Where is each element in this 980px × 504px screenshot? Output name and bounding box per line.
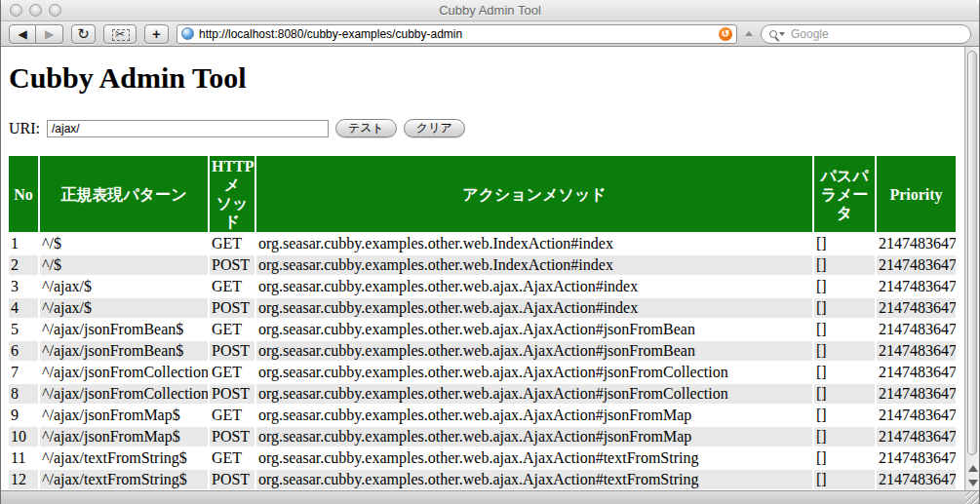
- cell-params: []: [814, 277, 875, 296]
- table-row: 2^/$POSTorg.seasar.cubby.examples.other.…: [9, 255, 956, 275]
- routes-table: No 正規表現パターン HTTP メ ソッ ド アクションメソッド パスパ ラメ…: [7, 154, 958, 490]
- table-row: 11^/ajax/textFromString$GETorg.seasar.cu…: [9, 448, 956, 468]
- cell-params: []: [814, 427, 875, 446]
- table-row: 4^/ajax/$POSTorg.seasar.cubby.examples.o…: [9, 298, 956, 318]
- cell-priority: 2147483647: [877, 320, 956, 339]
- window-titlebar[interactable]: Cubby Admin Tool: [1, 0, 979, 21]
- table-row: 5^/ajax/jsonFromBean$GETorg.seasar.cubby…: [9, 320, 956, 339]
- cell-method: GET: [210, 406, 255, 425]
- table-row: 3^/ajax/$GETorg.seasar.cubby.examples.ot…: [9, 277, 956, 296]
- scrollbar-arrows: [965, 463, 979, 488]
- cell-no: 8: [9, 384, 38, 404]
- cell-action: org.seasar.cubby.examples.other.web.ajax…: [256, 427, 812, 446]
- forward-icon: ▶: [45, 27, 54, 41]
- uri-input[interactable]: [47, 120, 329, 137]
- site-globe-icon: [181, 27, 194, 40]
- scrollbar-thumb[interactable]: [967, 51, 977, 455]
- history-nav-group: ◀ ▶: [9, 24, 63, 44]
- cell-action: org.seasar.cubby.examples.other.web.ajax…: [256, 320, 812, 339]
- status-bar: [1, 490, 979, 504]
- cell-pattern: ^/ajax/textFromString$: [40, 470, 208, 489]
- cell-priority: 2147483647: [877, 277, 956, 296]
- scroll-up-arrow-icon[interactable]: [968, 465, 978, 472]
- webclip-button[interactable]: ✂: [103, 24, 137, 44]
- cell-pattern: ^/ajax/jsonFromMap$: [40, 406, 208, 425]
- reload-icon: ↻: [77, 25, 90, 43]
- cell-params: []: [814, 320, 875, 339]
- address-bar[interactable]: http://localhost:8080/cubby-examples/cub…: [176, 24, 737, 44]
- cell-pattern: ^/ajax/jsonFromBean$: [40, 341, 208, 361]
- cell-no: 7: [9, 363, 38, 382]
- resize-grip-icon[interactable]: [965, 491, 979, 504]
- cell-priority: 2147483647: [877, 298, 956, 318]
- search-engine-chevron-icon[interactable]: [779, 32, 785, 36]
- header-http-method: HTTP メ ソッ ド: [210, 156, 255, 232]
- cell-priority: 2147483647: [877, 341, 956, 361]
- cell-action: org.seasar.cubby.examples.other.web.ajax…: [256, 406, 812, 425]
- cell-method: POST: [210, 470, 255, 489]
- cell-pattern: ^/ajax/textFromString$: [40, 448, 208, 468]
- table-row: 10^/ajax/jsonFromMap$POSTorg.seasar.cubb…: [9, 427, 956, 446]
- table-row: 6^/ajax/jsonFromBean$POSTorg.seasar.cubb…: [9, 341, 956, 361]
- cell-method: GET: [210, 320, 255, 339]
- cell-params: []: [814, 363, 875, 382]
- cell-no: 12: [9, 470, 38, 489]
- cell-action: org.seasar.cubby.examples.other.web.ajax…: [256, 470, 812, 489]
- cell-action: org.seasar.cubby.examples.other.web.ajax…: [256, 298, 812, 318]
- table-row: 12^/ajax/textFromString$POSTorg.seasar.c…: [9, 470, 956, 489]
- plus-icon: +: [152, 25, 161, 42]
- cell-action: org.seasar.cubby.examples.other.web.ajax…: [256, 341, 812, 361]
- table-header-row: No 正規表現パターン HTTP メ ソッ ド アクションメソッド パスパ ラメ…: [9, 156, 956, 232]
- cell-no: 11: [9, 448, 38, 468]
- uri-label: URI:: [9, 120, 40, 137]
- header-regex-pattern: 正規表現パターン: [40, 156, 208, 232]
- cell-method: GET: [210, 277, 255, 296]
- test-button[interactable]: テスト: [335, 119, 397, 137]
- reload-button[interactable]: ↻: [71, 24, 96, 44]
- cell-priority: 2147483647: [877, 255, 956, 275]
- cell-params: []: [814, 448, 875, 468]
- cell-pattern: ^/ajax/$: [40, 298, 208, 318]
- cell-params: []: [814, 234, 875, 253]
- add-bookmark-button[interactable]: +: [144, 24, 169, 44]
- cell-params: []: [814, 384, 875, 404]
- cell-priority: 2147483647: [877, 448, 956, 468]
- window-title: Cubby Admin Tool: [1, 3, 979, 19]
- cell-method: GET: [210, 448, 255, 468]
- cell-action: org.seasar.cubby.examples.other.web.ajax…: [256, 384, 812, 404]
- cell-action: org.seasar.cubby.examples.other.web.ajax…: [256, 363, 812, 382]
- cell-no: 6: [9, 341, 38, 361]
- address-bar-url[interactable]: http://localhost:8080/cubby-examples/cub…: [199, 27, 714, 41]
- back-icon: ◀: [18, 27, 26, 41]
- cell-priority: 2147483647: [877, 427, 956, 446]
- scroll-down-arrow-icon[interactable]: [968, 480, 978, 486]
- cell-action: org.seasar.cubby.examples.other.web.Inde…: [256, 234, 812, 253]
- route-table-body: 1^/$GETorg.seasar.cubby.examples.other.w…: [9, 234, 956, 489]
- table-row: 9^/ajax/jsonFromMap$GETorg.seasar.cubby.…: [9, 406, 956, 425]
- cell-priority: 2147483647: [877, 234, 956, 253]
- search-icon: [769, 30, 777, 38]
- cell-action: org.seasar.cubby.examples.other.web.ajax…: [256, 448, 812, 468]
- cell-priority: 2147483647: [877, 406, 956, 425]
- toolbar-divider-caret-icon: [745, 31, 753, 36]
- cell-pattern: ^/ajax/jsonFromBean$: [40, 320, 208, 339]
- snapback-icon[interactable]: ↺: [719, 27, 732, 41]
- cell-priority: 2147483647: [877, 470, 956, 489]
- cell-action: org.seasar.cubby.examples.other.web.ajax…: [256, 277, 812, 296]
- forward-button[interactable]: ▶: [36, 24, 63, 44]
- cell-no: 3: [9, 277, 38, 296]
- search-field[interactable]: Google: [761, 24, 971, 44]
- uri-test-form: URI: テスト クリア: [9, 119, 964, 137]
- cell-method: POST: [210, 384, 255, 404]
- back-button[interactable]: ◀: [9, 24, 36, 44]
- cell-method: POST: [210, 298, 255, 318]
- cell-no: 1: [9, 234, 38, 253]
- cell-pattern: ^/$: [40, 234, 208, 253]
- cell-priority: 2147483647: [877, 363, 956, 382]
- search-placeholder: Google: [791, 27, 829, 41]
- clear-button[interactable]: クリア: [404, 119, 465, 137]
- table-row: 7^/ajax/jsonFromCollection$GETorg.seasar…: [9, 363, 956, 382]
- table-row: 8^/ajax/jsonFromCollection$POSTorg.seasa…: [9, 384, 956, 404]
- cell-method: POST: [210, 427, 255, 446]
- vertical-scrollbar[interactable]: [964, 47, 979, 490]
